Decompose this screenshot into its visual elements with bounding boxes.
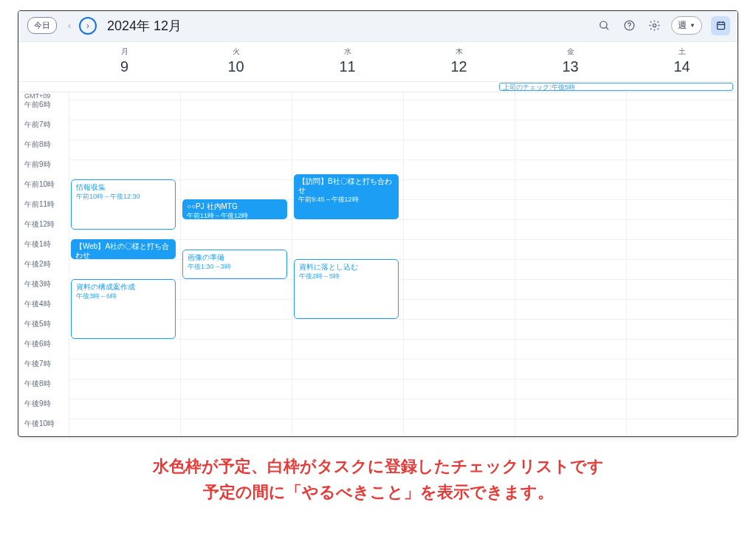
allday-event[interactable]: 上司のチェック:午後5時 bbox=[499, 83, 733, 91]
event-title: ○○PJ 社内MTG bbox=[187, 202, 283, 211]
today-button[interactable]: 今日 bbox=[27, 17, 57, 34]
day-columns: 情報収集 午前10時～午後12:30【Web】A社の〇様と打ち合わせ 午後1時～… bbox=[69, 92, 738, 437]
event-time: 午後2時～5時 bbox=[299, 272, 394, 281]
calendar-event[interactable]: ○○PJ 社内MTG 午前11時～午後12時 bbox=[182, 199, 287, 219]
allday-row: 上司のチェック:午後5時 bbox=[18, 82, 738, 92]
caption-line-1: 水色枠が予定、白枠がタスクに登録したチェックリストです bbox=[15, 453, 741, 479]
hour-label: 午後3時 bbox=[18, 279, 69, 299]
time-grid: GMT+09 午前6時午前7時午前8時午前9時午前10時午前11時午後12時午後… bbox=[18, 92, 738, 437]
date-nav: ‹ › bbox=[64, 17, 97, 35]
event-title: 情報収集 bbox=[76, 183, 171, 192]
day-of-week-label: 水 bbox=[292, 47, 403, 57]
day-header[interactable]: 水 11 bbox=[292, 42, 403, 81]
time-labels-column: GMT+09 午前6時午前7時午前8時午前9時午前10時午前11時午後12時午後… bbox=[18, 92, 69, 437]
svg-point-0 bbox=[599, 21, 606, 28]
hour-label: 午前7時 bbox=[18, 120, 69, 140]
hour-label: 午前11時 bbox=[18, 199, 69, 219]
day-header[interactable]: 火 10 bbox=[180, 42, 292, 81]
day-column[interactable]: ○○PJ 社内MTG 午前11時～午後12時画像の準備 午後1:30～3時 bbox=[180, 92, 292, 437]
hour-label: 午後6時 bbox=[18, 339, 69, 359]
day-header[interactable]: 木 12 bbox=[403, 42, 515, 81]
hour-label: 午前6時 bbox=[18, 100, 69, 120]
hour-label: 午前10時 bbox=[18, 179, 69, 199]
hour-label: 午前8時 bbox=[18, 140, 69, 159]
view-label: 週 bbox=[678, 19, 687, 32]
svg-rect-5 bbox=[717, 22, 724, 29]
hour-label: 午後2時 bbox=[18, 259, 69, 279]
caption-text: 水色枠が予定、白枠がタスクに登録したチェックリストです 予定の間に「やるべきこと… bbox=[0, 437, 756, 527]
hour-label: 午後4時 bbox=[18, 299, 69, 319]
help-icon[interactable] bbox=[621, 18, 637, 34]
toolbar-right: 週 ▼ bbox=[596, 16, 730, 35]
calendar-task[interactable]: 資料の構成案作成 午後3時～6時 bbox=[71, 279, 176, 339]
calendar-window: 今日 ‹ › 2024年 12月 週 ▼ 月 bbox=[18, 10, 738, 437]
event-title: 【訪問】B社〇様と打ち合わせ bbox=[298, 177, 394, 195]
day-header-row: 月 9火 10水 11木 12金 13土 14 bbox=[18, 42, 738, 82]
search-icon[interactable] bbox=[596, 18, 612, 34]
day-column[interactable]: 情報収集 午前10時～午後12:30【Web】A社の〇様と打ち合わせ 午後1時～… bbox=[69, 92, 180, 437]
event-time: 午前9:45～午後12時 bbox=[298, 195, 394, 204]
event-time: 午後1:30～3時 bbox=[188, 262, 282, 271]
calendar-icon[interactable] bbox=[711, 16, 730, 35]
day-number-label: 14 bbox=[626, 58, 738, 75]
hour-label: 午後1時 bbox=[18, 239, 69, 259]
day-header[interactable]: 土 14 bbox=[626, 42, 738, 81]
hour-label: 午後10時 bbox=[18, 419, 69, 437]
day-column[interactable] bbox=[515, 92, 626, 437]
event-title: 画像の準備 bbox=[188, 253, 282, 262]
caption-line-2: 予定の間に「やるべきこと」を表示できます。 bbox=[15, 479, 741, 505]
day-number-label: 11 bbox=[292, 58, 403, 75]
calendar-task[interactable]: 画像の準備 午後1:30～3時 bbox=[182, 250, 287, 280]
hour-label: 午後5時 bbox=[18, 319, 69, 339]
view-switcher[interactable]: 週 ▼ bbox=[671, 16, 702, 35]
day-column[interactable] bbox=[626, 92, 738, 437]
svg-line-1 bbox=[605, 27, 608, 30]
timezone-label: GMT+09 bbox=[18, 92, 69, 100]
prev-arrow-icon[interactable]: ‹ bbox=[64, 21, 75, 31]
day-header[interactable]: 金 13 bbox=[515, 42, 626, 81]
calendar-task[interactable]: 情報収集 午前10時～午後12:30 bbox=[71, 179, 176, 230]
svg-point-4 bbox=[653, 24, 656, 27]
hour-label: 午後12時 bbox=[18, 219, 69, 239]
next-arrow-icon[interactable]: › bbox=[79, 17, 97, 35]
chevron-down-icon: ▼ bbox=[690, 22, 695, 29]
day-column[interactable] bbox=[403, 92, 515, 437]
event-title: 【Web】A社の〇様と打ち合わせ bbox=[75, 242, 171, 259]
day-number-label: 10 bbox=[180, 58, 292, 75]
day-number-label: 13 bbox=[515, 58, 626, 75]
hour-label: 午後8時 bbox=[18, 379, 69, 399]
day-of-week-label: 土 bbox=[626, 47, 738, 57]
event-time: 午前11時～午後12時 bbox=[187, 211, 283, 219]
calendar-event[interactable]: 【訪問】B社〇様と打ち合わせ 午前9:45～午後12時 bbox=[294, 174, 399, 219]
day-of-week-label: 月 bbox=[69, 47, 180, 57]
svg-point-3 bbox=[629, 27, 630, 28]
event-title: 資料に落とし込む bbox=[299, 263, 394, 272]
event-title: 資料の構成案作成 bbox=[76, 283, 171, 292]
day-of-week-label: 金 bbox=[515, 47, 626, 57]
event-time: 午後3時～6時 bbox=[76, 292, 171, 300]
hour-label: 午後7時 bbox=[18, 359, 69, 379]
calendar-event[interactable]: 【Web】A社の〇様と打ち合わせ 午後1時～2時 bbox=[71, 239, 176, 259]
day-of-week-label: 火 bbox=[180, 47, 292, 57]
hour-label: 午前9時 bbox=[18, 159, 69, 179]
gear-icon[interactable] bbox=[646, 18, 662, 34]
day-column[interactable]: 【訪問】B社〇様と打ち合わせ 午前9:45～午後12時資料に落とし込む 午後2時… bbox=[292, 92, 403, 437]
day-number-label: 12 bbox=[403, 58, 515, 75]
day-of-week-label: 木 bbox=[403, 47, 515, 57]
hour-label: 午後9時 bbox=[18, 399, 69, 419]
current-month-label: 2024年 12月 bbox=[107, 17, 182, 35]
day-header[interactable]: 月 9 bbox=[69, 42, 180, 81]
top-toolbar: 今日 ‹ › 2024年 12月 週 ▼ bbox=[18, 11, 738, 42]
event-time: 午前10時～午後12:30 bbox=[76, 192, 171, 201]
day-number-label: 9 bbox=[69, 58, 180, 75]
calendar-task[interactable]: 資料に落とし込む 午後2時～5時 bbox=[294, 259, 399, 319]
